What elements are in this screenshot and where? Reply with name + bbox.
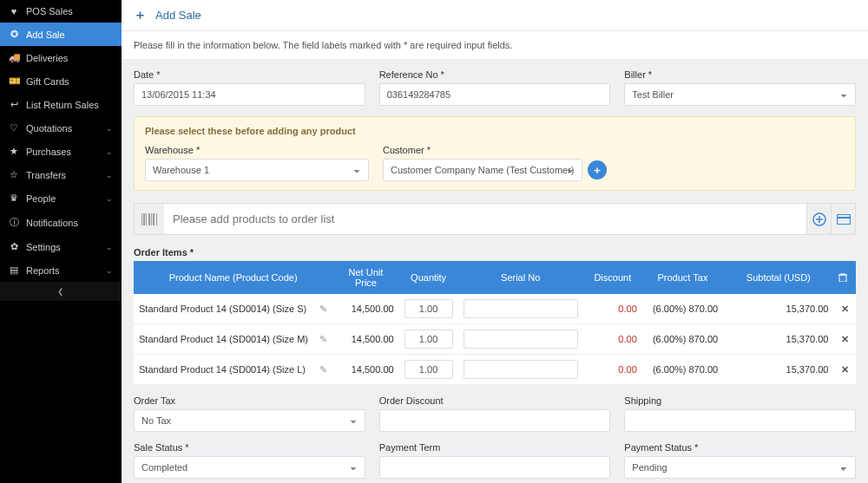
chevron-down-icon: ⌄ [106, 147, 113, 156]
sidebar-item-quotations[interactable]: ♡Quotations⌄ [0, 116, 122, 140]
sidebar-item-people[interactable]: ♛People⌄ [0, 186, 122, 210]
sidebar-item-label: Add Sale [26, 29, 65, 40]
cell-delete: ✕ [833, 324, 856, 355]
th-tax: Product Tax [642, 261, 723, 294]
delete-icon[interactable]: ✕ [841, 334, 849, 344]
sidebar-collapse-toggle[interactable]: ❮ [0, 282, 122, 301]
sidebar-item-label: People [26, 193, 56, 204]
ordertax-select[interactable]: No Tax [134, 409, 365, 432]
sidebar-item-notifications[interactable]: ⓘNotifications [0, 210, 122, 235]
biller-label: Biller * [624, 69, 856, 80]
menu-icon: ♛ [9, 193, 19, 204]
cell-discount: 0.00 [583, 294, 642, 324]
serial-input[interactable] [464, 360, 578, 379]
edit-icon[interactable]: ✎ [319, 304, 327, 315]
card-button[interactable] [831, 204, 855, 234]
shipping-label: Shipping [624, 395, 856, 406]
alert-title: Please select these before adding any pr… [145, 126, 845, 136]
sidebar-item-purchases[interactable]: ★Purchases⌄ [0, 140, 122, 163]
sidebar-item-label: Notifications [26, 218, 78, 228]
cell-delete: ✕ [833, 355, 856, 385]
table-row: Standard Product 14 (SD0014) (Size L)✎14… [134, 355, 856, 385]
sidebar-item-gift-cards[interactable]: 🎫Gift Cards [0, 69, 122, 93]
th-qty: Quantity [399, 261, 458, 294]
menu-icon: ✪ [9, 29, 19, 40]
orderdisc-label: Order Discount [379, 395, 611, 406]
sidebar-item-pos-sales[interactable]: ♥POS Sales [0, 0, 122, 23]
cell-price: 14,500.00 [332, 324, 398, 355]
svg-rect-10 [837, 214, 850, 224]
salestatus-label: Sale Status * [134, 442, 365, 453]
menu-icon: ☆ [9, 169, 19, 180]
sidebar-item-settings[interactable]: ✿Settings⌄ [0, 235, 122, 258]
edit-icon[interactable]: ✎ [319, 334, 327, 345]
cell-name: Standard Product 14 (SD0014) (Size M)✎ [134, 324, 332, 355]
th-disc: Discount [583, 261, 642, 294]
customer-label: Customer * [383, 145, 607, 155]
biller-select[interactable]: Test Biller [624, 83, 856, 106]
sidebar-item-reports[interactable]: ▤Reports⌄ [0, 258, 122, 282]
sidebar-item-add-sale[interactable]: ✪Add Sale [0, 23, 122, 46]
cell-subtotal: 15,370.00 [723, 294, 833, 324]
sidebar-item-deliveries[interactable]: 🚚Deliveries [0, 46, 122, 69]
cell-qty [399, 324, 458, 355]
reference-input[interactable] [379, 83, 611, 106]
cell-discount: 0.00 [583, 355, 642, 385]
chevron-down-icon: ⌄ [106, 124, 113, 133]
cell-serial [458, 355, 583, 385]
qty-input[interactable] [404, 360, 453, 379]
intro-text: Please fill in the information below. Th… [122, 31, 868, 59]
svg-rect-0 [141, 213, 142, 225]
add-customer-button[interactable]: + [588, 160, 607, 179]
customer-select[interactable]: Customer Company Name (Test Customer) [383, 159, 582, 181]
shipping-input[interactable] [624, 409, 856, 432]
sidebar-item-label: Deliveries [26, 53, 68, 63]
page-title: Add Sale [155, 9, 201, 22]
sidebar-item-label: List Return Sales [26, 100, 99, 110]
main-content: ＋ Add Sale Please fill in the informatio… [122, 0, 868, 483]
orderdisc-input[interactable] [379, 409, 611, 432]
salestatus-select[interactable]: Completed [134, 456, 365, 479]
edit-icon[interactable]: ✎ [319, 364, 327, 375]
qty-input[interactable] [404, 299, 453, 318]
sidebar: ♥POS Sales✪Add Sale🚚Deliveries🎫Gift Card… [0, 0, 122, 483]
sidebar-item-label: Gift Cards [26, 76, 69, 87]
prerequisite-alert: Please select these before adding any pr… [134, 116, 856, 191]
sidebar-item-list-return-sales[interactable]: ↩List Return Sales [0, 93, 122, 116]
svg-rect-6 [156, 213, 157, 225]
th-price: Net Unit Price [332, 261, 398, 294]
delete-icon[interactable]: ✕ [841, 304, 849, 314]
ordertax-label: Order Tax [134, 395, 365, 406]
svg-rect-2 [146, 213, 147, 225]
manual-add-button[interactable] [806, 204, 831, 234]
order-items-title: Order Items * [134, 247, 856, 258]
cell-price: 14,500.00 [332, 355, 398, 385]
payterm-label: Payment Term [379, 442, 611, 453]
serial-input[interactable] [464, 330, 578, 349]
sidebar-item-label: Reports [26, 265, 60, 276]
sidebar-item-transfers[interactable]: ☆Transfers⌄ [0, 163, 122, 186]
cell-tax: (6.00%) 870.00 [642, 294, 723, 324]
delete-icon[interactable]: ✕ [841, 364, 849, 375]
th-del[interactable] [833, 261, 856, 294]
th-name: Product Name (Product Code) [134, 261, 332, 294]
menu-icon: ↩ [9, 99, 19, 110]
cell-tax: (6.00%) 870.00 [642, 355, 723, 385]
date-input[interactable] [134, 83, 365, 106]
barcode-icon [135, 204, 164, 234]
serial-input[interactable] [464, 299, 578, 318]
menu-icon: ⓘ [9, 216, 19, 229]
menu-icon: ▤ [9, 264, 19, 276]
cell-serial [458, 294, 583, 324]
svg-rect-12 [839, 275, 846, 282]
plus-icon: ＋ [134, 7, 147, 23]
paystatus-select[interactable]: Pending [624, 456, 856, 479]
payterm-input[interactable] [379, 456, 611, 479]
product-search-input[interactable] [164, 204, 806, 234]
qty-input[interactable] [404, 330, 453, 349]
sidebar-item-label: Quotations [26, 123, 72, 134]
table-row: Standard Product 14 (SD0014) (Size S)✎14… [134, 294, 856, 324]
warehouse-select[interactable]: Warehouse 1 [145, 159, 369, 181]
th-serial: Serial No [458, 261, 583, 294]
cell-qty [399, 355, 458, 385]
